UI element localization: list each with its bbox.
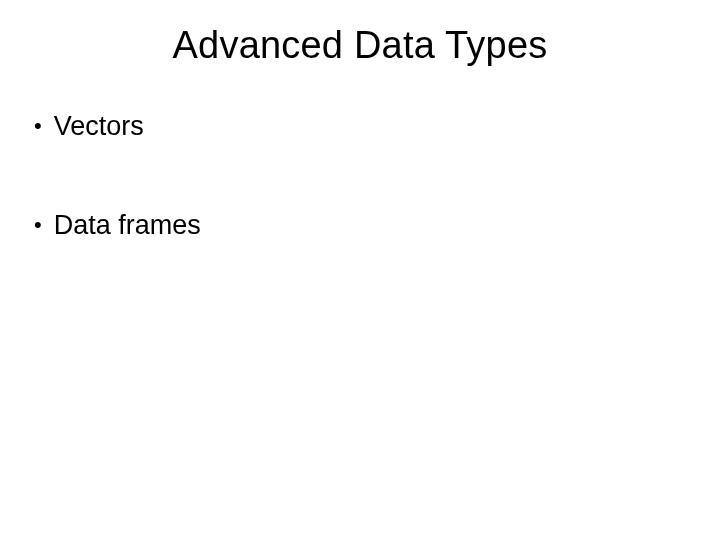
bullet-text: Vectors — [54, 111, 144, 142]
slide-title: Advanced Data Types — [0, 0, 720, 67]
list-item: • Data frames — [34, 210, 720, 241]
slide-container: Advanced Data Types • Vectors • Data fra… — [0, 0, 720, 540]
bullet-text: Data frames — [54, 210, 201, 241]
bullet-icon: • — [34, 115, 42, 137]
bullet-icon: • — [34, 214, 42, 236]
slide-content: • Vectors • Data frames — [0, 67, 720, 241]
list-item: • Vectors — [34, 111, 720, 142]
